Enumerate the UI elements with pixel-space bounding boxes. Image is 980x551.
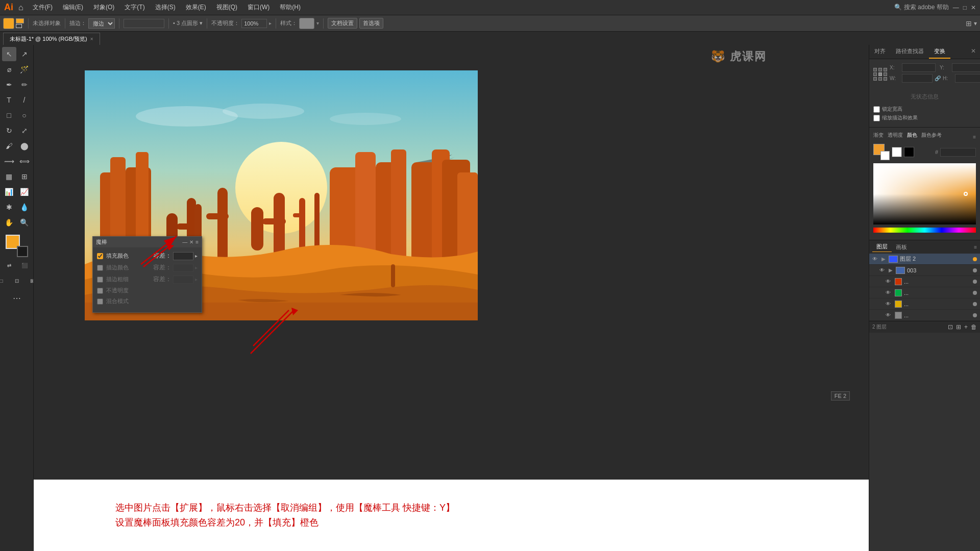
menu-help[interactable]: 帮助(H) (276, 2, 305, 13)
tab-artboards[interactable]: 画板 (892, 242, 911, 252)
panel-menu-btn[interactable]: ≡ (195, 239, 199, 245)
opacity-input[interactable] (241, 19, 267, 28)
line-tool[interactable]: / (17, 93, 32, 107)
eye-icon-green[interactable]: 👁 (886, 290, 893, 295)
menu-window[interactable]: 窗口(W) (243, 2, 274, 13)
h-input[interactable] (955, 74, 980, 83)
bar-chart-tool[interactable]: 📈 (17, 185, 32, 199)
fill-color-checkbox[interactable] (97, 253, 103, 259)
eye-icon-red[interactable]: 👁 (886, 279, 893, 284)
layer-item-layer2[interactable]: 👁 ▶ 图层 2 (869, 254, 980, 265)
pen-tool[interactable]: ✒ (2, 78, 16, 92)
rect-tool[interactable]: □ (2, 108, 16, 122)
warp-tool[interactable]: ⟿ (2, 154, 16, 168)
black-swatch[interactable] (904, 147, 914, 157)
stroke-color-checkbox[interactable] (97, 265, 103, 271)
doc-settings-btn[interactable]: 文档设置 (328, 18, 357, 29)
transform-point[interactable] (884, 72, 887, 76)
eye-icon-layer2[interactable]: 👁 (872, 256, 879, 262)
w-input[interactable] (902, 74, 933, 83)
draw-behind[interactable]: ⊠ (25, 273, 34, 288)
new-sublayer-btn[interactable]: ⊞ (956, 323, 961, 331)
arrange-icon[interactable]: ⊞ (966, 19, 972, 28)
transform-point[interactable] (873, 72, 877, 76)
document-tab[interactable]: 未标题-1* @ 100% (RGB/预览) × (3, 33, 100, 45)
brush-tool[interactable]: 🖌 (2, 139, 16, 153)
style-arrow[interactable]: ▾ (316, 20, 319, 26)
color-panel-menu[interactable]: ≡ (973, 134, 976, 140)
normal-mode[interactable]: □ (0, 273, 9, 288)
select-tool[interactable]: ↖ (2, 47, 16, 61)
lock-icon[interactable]: 🔗 (935, 76, 941, 81)
scale-stroke-checkbox[interactable] (873, 115, 880, 121)
make-clipping-btn[interactable]: ⊡ (948, 323, 953, 331)
style-swatch[interactable] (299, 18, 314, 29)
search-icon[interactable]: 🔍 搜索 adobe 帮助 (894, 3, 948, 12)
tab-transparency[interactable]: 透明度 (888, 132, 903, 139)
ellipse-tool[interactable]: ○ (17, 108, 32, 122)
delete-layer-btn[interactable]: 🗑 (971, 323, 977, 331)
layer-name-yellow[interactable]: ... (904, 301, 971, 307)
rotate-tool[interactable]: ↻ (2, 123, 16, 138)
menu-select[interactable]: 选择(S) (151, 2, 180, 13)
opacity-arrow[interactable]: ▸ (269, 20, 272, 26)
hex-input[interactable]: EF9D2E (940, 148, 976, 157)
home-icon[interactable]: ⌂ (18, 3, 23, 12)
eye-icon-003[interactable]: 👁 (879, 267, 887, 273)
eyedropper-tool[interactable]: 💧 (17, 200, 32, 214)
panel-float-btn[interactable]: — (182, 239, 187, 245)
transform-point[interactable] (878, 68, 882, 71)
layers-panel-menu[interactable]: ≡ (974, 244, 977, 250)
layer-name-green[interactable]: ... (904, 290, 971, 296)
fill-color-swatch[interactable] (3, 18, 14, 29)
magic-wand-tool[interactable]: 🪄 (17, 62, 32, 77)
layer-item-003[interactable]: 👁 ▶ 003 (869, 265, 980, 276)
zoom-tool[interactable]: 🔍 (17, 215, 32, 230)
add-anchor-tool[interactable]: ✏ (17, 78, 32, 92)
width-tool[interactable]: ⟺ (17, 154, 32, 168)
layer-item-yellow[interactable]: 👁 ... (869, 298, 980, 310)
window-minimize-icon[interactable]: — (953, 4, 959, 11)
window-maximize-icon[interactable]: □ (963, 4, 967, 11)
tab-color[interactable]: 颜色 (907, 132, 917, 139)
expand-icon-003[interactable]: ▶ (889, 267, 894, 273)
eye-icon-gray[interactable]: 👁 (886, 312, 893, 318)
stroke-indicator-box[interactable] (16, 24, 22, 28)
white-swatch[interactable] (892, 147, 902, 157)
transform-point[interactable] (884, 68, 887, 71)
tab-color-guide[interactable]: 颜色参考 (921, 132, 942, 139)
layer-name-layer2[interactable]: 图层 2 (900, 255, 971, 263)
symbol-tool[interactable]: ✱ (2, 200, 16, 214)
scale-stroke-label[interactable]: 缩放描边和效果 (873, 114, 976, 121)
operation-select[interactable]: 撤边 (88, 18, 115, 29)
window-close-icon[interactable]: ✕ (971, 4, 976, 11)
y-input[interactable] (952, 63, 980, 72)
transform-point[interactable] (873, 77, 877, 81)
color-gradient-picker[interactable] (873, 163, 976, 224)
swap-colors[interactable]: ⇄ (2, 258, 16, 272)
tab-layers[interactable]: 图层 (872, 242, 892, 252)
opacity-checkbox[interactable] (97, 288, 103, 294)
lock-wh-checkbox[interactable] (873, 106, 880, 113)
magic-wand-panel-titlebar[interactable]: 魔棒 — ✕ ≡ (93, 237, 202, 247)
mesh-tool[interactable]: ⊞ (17, 169, 32, 184)
panel-close-btn[interactable]: ✕ (189, 239, 193, 245)
menu-effect[interactable]: 效果(E) (182, 2, 210, 13)
layer-name-red[interactable]: ... (904, 279, 971, 285)
chart-tool[interactable]: 📊 (2, 185, 16, 199)
expand-icon-layer2[interactable]: ▶ (881, 256, 887, 262)
draw-inside[interactable]: ⊡ (10, 273, 24, 288)
direct-select-tool[interactable]: ↗ (17, 47, 32, 61)
tab-close-btn[interactable]: × (90, 36, 93, 42)
tab-pathfinder[interactable]: 路径查找器 (891, 45, 929, 59)
menu-object[interactable]: 对象(O) (89, 2, 118, 13)
scale-tool[interactable]: ⤢ (17, 123, 32, 138)
tab-transform[interactable]: 变换 (929, 45, 950, 59)
preferences-btn[interactable]: 首选项 (359, 18, 383, 29)
new-layer-btn[interactable]: + (964, 323, 968, 331)
right-panel-close[interactable]: ✕ (967, 45, 980, 59)
fill-tolerance-up[interactable]: ▸ (195, 253, 198, 259)
hand-tool[interactable]: ✋ (2, 215, 16, 230)
properties-icon[interactable]: ▾ (974, 20, 977, 27)
hue-bar[interactable] (873, 228, 976, 233)
